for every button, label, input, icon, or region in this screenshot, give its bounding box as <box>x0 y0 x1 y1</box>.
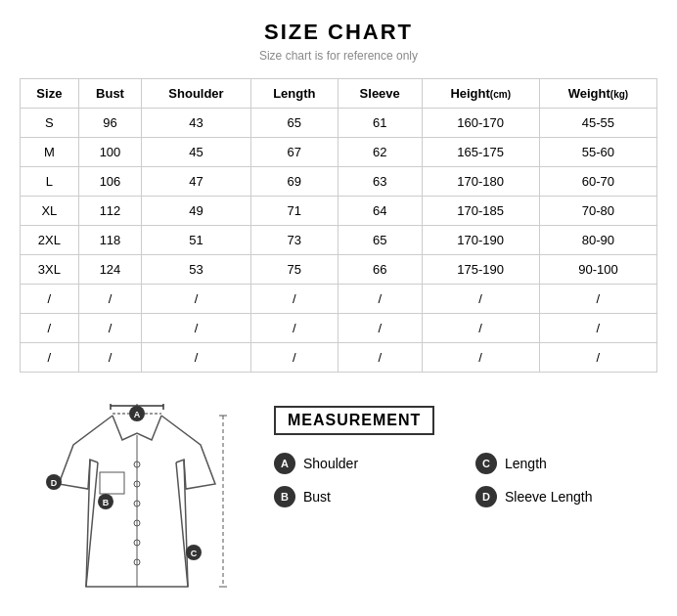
size-chart-table: SizeBustShoulderLengthSleeveHeight(cm)We… <box>20 78 657 373</box>
table-cell-2-4: 63 <box>338 167 422 197</box>
shirt-diagram: A B C D <box>20 396 254 615</box>
table-cell-8-1: / <box>78 343 142 373</box>
table-cell-0-0: S <box>21 109 79 138</box>
table-row: 3XL124537566175-19090-100 <box>21 255 657 285</box>
table-cell-1-3: 67 <box>250 138 338 167</box>
table-cell-2-1: 106 <box>78 167 142 197</box>
col-header-2: Shoulder <box>142 79 250 109</box>
table-cell-5-4: 66 <box>338 255 422 285</box>
measurement-text-d: Sleeve Length <box>505 489 593 505</box>
table-cell-5-0: 3XL <box>21 255 79 285</box>
measurement-label-d: D <box>475 486 497 507</box>
table-cell-2-3: 69 <box>250 167 338 197</box>
col-header-3: Length <box>250 79 338 109</box>
measurement-section: MEASUREMENT AShoulderCLengthBBustDSleeve… <box>274 396 657 507</box>
col-header-4: Sleeve <box>338 79 422 109</box>
measurement-grid: AShoulderCLengthBBustDSleeve Length <box>274 453 657 507</box>
col-header-1: Bust <box>78 79 142 109</box>
table-cell-1-1: 100 <box>78 138 142 167</box>
table-cell-0-6: 45-55 <box>539 109 656 138</box>
table-cell-0-1: 96 <box>78 109 142 138</box>
table-cell-7-4: / <box>338 314 422 343</box>
table-cell-7-6: / <box>539 314 656 343</box>
table-cell-6-6: / <box>539 285 656 314</box>
table-cell-1-0: M <box>21 138 79 167</box>
table-cell-2-0: L <box>21 167 79 197</box>
table-cell-1-6: 55-60 <box>539 138 656 167</box>
measurement-label-c: C <box>475 453 497 474</box>
table-cell-1-2: 45 <box>142 138 250 167</box>
table-cell-6-3: / <box>250 285 338 314</box>
table-cell-6-1: / <box>78 285 142 314</box>
svg-rect-7 <box>100 472 124 494</box>
table-cell-7-1: / <box>78 314 142 343</box>
table-cell-0-3: 65 <box>250 109 338 138</box>
table-cell-7-0: / <box>21 314 79 343</box>
table-cell-6-4: / <box>338 285 422 314</box>
table-row: /////// <box>21 343 657 373</box>
table-cell-8-6: / <box>539 343 656 373</box>
table-cell-3-0: XL <box>21 197 79 226</box>
measurement-item-d: DSleeve Length <box>475 486 657 507</box>
svg-text:B: B <box>103 498 110 507</box>
table-cell-4-3: 73 <box>250 226 338 255</box>
table-cell-3-6: 70-80 <box>539 197 656 226</box>
table-row: L106476963170-18060-70 <box>21 167 657 197</box>
table-cell-1-5: 165-175 <box>422 138 539 167</box>
table-cell-5-5: 175-190 <box>422 255 539 285</box>
measurement-text-a: Shoulder <box>303 456 358 471</box>
measurement-text-c: Length <box>505 456 547 471</box>
col-header-0: Size <box>21 79 79 109</box>
table-row: XL112497164170-18570-80 <box>21 197 657 226</box>
table-cell-0-2: 43 <box>142 109 250 138</box>
table-cell-4-4: 65 <box>338 226 422 255</box>
table-row: /////// <box>21 314 657 343</box>
measurement-item-b: BBust <box>274 486 456 507</box>
table-cell-7-2: / <box>142 314 250 343</box>
page-subtitle: Size chart is for reference only <box>20 49 657 63</box>
table-cell-3-3: 71 <box>250 197 338 226</box>
measurement-item-c: CLength <box>475 453 657 474</box>
svg-text:C: C <box>191 549 198 558</box>
table-cell-6-0: / <box>21 285 79 314</box>
table-cell-1-4: 62 <box>338 138 422 167</box>
page-title: SIZE CHART <box>20 20 657 45</box>
table-cell-3-2: 49 <box>142 197 250 226</box>
table-row: 2XL118517365170-19080-90 <box>21 226 657 255</box>
table-cell-8-3: / <box>250 343 338 373</box>
table-cell-2-2: 47 <box>142 167 250 197</box>
col-header-5: Height(cm) <box>422 79 539 109</box>
bottom-section: A B C D MEASUREMENT AShoul <box>20 396 657 615</box>
table-cell-4-5: 170-190 <box>422 226 539 255</box>
table-row: S96436561160-17045-55 <box>21 109 657 138</box>
table-cell-6-2: / <box>142 285 250 314</box>
col-header-6: Weight(kg) <box>539 79 656 109</box>
table-cell-4-2: 51 <box>142 226 250 255</box>
table-cell-2-6: 60-70 <box>539 167 656 197</box>
svg-text:A: A <box>134 410 141 419</box>
table-cell-4-1: 118 <box>78 226 142 255</box>
table-cell-3-1: 112 <box>78 197 142 226</box>
table-cell-0-5: 160-170 <box>422 109 539 138</box>
measurement-text-b: Bust <box>303 489 331 505</box>
table-cell-8-2: / <box>142 343 250 373</box>
table-cell-4-0: 2XL <box>21 226 79 255</box>
measurement-item-a: AShoulder <box>274 453 456 474</box>
table-cell-8-0: / <box>21 343 79 373</box>
table-cell-5-6: 90-100 <box>539 255 656 285</box>
table-cell-6-5: / <box>422 285 539 314</box>
table-cell-8-5: / <box>422 343 539 373</box>
table-cell-4-6: 80-90 <box>539 226 656 255</box>
table-row: M100456762165-17555-60 <box>21 138 657 167</box>
table-cell-5-3: 75 <box>250 255 338 285</box>
table-row: /////// <box>21 285 657 314</box>
table-cell-0-4: 61 <box>338 109 422 138</box>
table-cell-3-4: 64 <box>338 197 422 226</box>
table-cell-2-5: 170-180 <box>422 167 539 197</box>
measurement-label-b: B <box>274 486 295 507</box>
table-cell-3-5: 170-185 <box>422 197 539 226</box>
measurement-label-a: A <box>274 453 295 474</box>
table-cell-8-4: / <box>338 343 422 373</box>
table-cell-7-3: / <box>250 314 338 343</box>
table-cell-5-1: 124 <box>78 255 142 285</box>
